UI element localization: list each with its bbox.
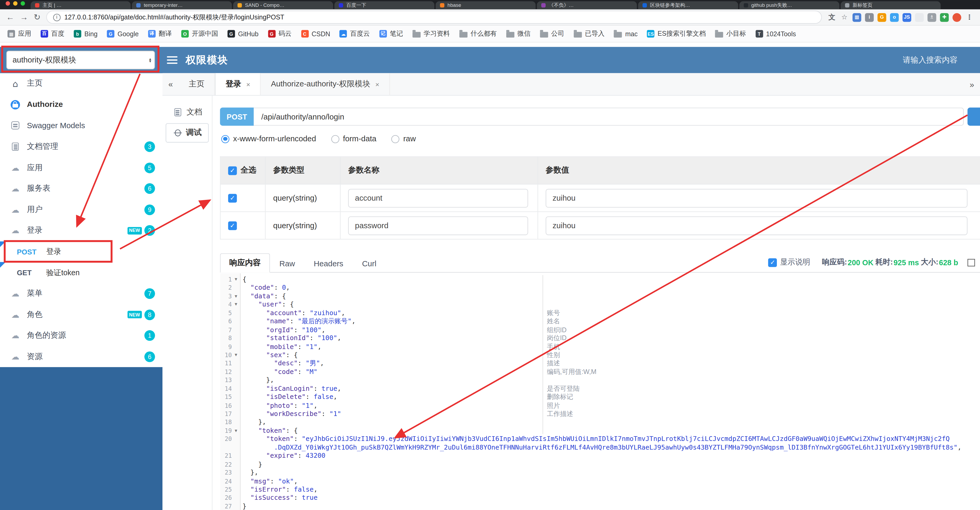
content-tab[interactable]: Authorize-authority-权限模块× xyxy=(261,73,390,95)
close-tab-icon[interactable]: × xyxy=(375,80,379,88)
sidebar-item[interactable]: ☁角色的资源1 xyxy=(0,325,162,346)
doc-nav-doc[interactable]: 文档 xyxy=(165,103,208,121)
browser-tab[interactable]: SAND - Compo… xyxy=(233,1,333,10)
row-checkbox[interactable]: ✓ xyxy=(228,194,237,202)
browser-tab[interactable]: 区块链参考架构… xyxy=(638,1,738,10)
bookmark-item[interactable]: GGitHub xyxy=(228,30,259,38)
browser-tab[interactable]: 新标签页 xyxy=(841,1,941,10)
extension-icon-7[interactable]: ♗ xyxy=(928,13,936,22)
radio-icon[interactable] xyxy=(391,135,399,143)
row-checkbox[interactable]: ✓ xyxy=(228,221,237,230)
content-type-option[interactable]: x-www-form-urlencoded xyxy=(221,134,316,143)
response-tab[interactable]: 响应内容 xyxy=(220,253,270,273)
param-value-input[interactable] xyxy=(546,216,967,235)
sidebar-item[interactable]: ☁应用5 xyxy=(0,157,162,178)
content-type-option[interactable]: form-data xyxy=(331,134,376,143)
page-info-icon[interactable]: i xyxy=(53,13,60,21)
bookmark-item[interactable]: ☁百度云 xyxy=(340,29,370,38)
bookmark-item[interactable]: ESES搜索引擎文档 xyxy=(647,29,706,38)
bookmark-item[interactable]: 小目标 xyxy=(715,29,746,38)
bookmark-item[interactable]: G码云 xyxy=(268,29,291,38)
response-tab[interactable]: Raw xyxy=(270,255,304,273)
api-group-select[interactable]: authority-权限模块 ▲▼ xyxy=(6,51,155,69)
tabs-scroll-right-icon[interactable]: » xyxy=(964,73,980,96)
bookmark-item[interactable]: CCSDN xyxy=(301,30,330,38)
extension-icon-4[interactable]: o xyxy=(890,13,899,22)
param-name-input[interactable] xyxy=(348,188,528,207)
forward-icon[interactable]: → xyxy=(20,13,28,21)
sidebar-item[interactable]: ☁用户9 xyxy=(0,199,162,220)
sidebar-item[interactable]: ☁登录NEW2 xyxy=(0,220,162,241)
bookmark-item[interactable]: mac xyxy=(614,30,638,38)
content-tab[interactable]: 主页 xyxy=(179,73,215,95)
browser-tab[interactable]: temporary-inter… xyxy=(132,1,232,10)
sidebar-item[interactable]: ☁菜单7 xyxy=(0,284,162,304)
translate-icon[interactable]: 文 xyxy=(827,13,836,22)
sidebar-item[interactable]: 文档管理3 xyxy=(0,136,162,157)
doc-nav-debug[interactable]: 调试 xyxy=(165,123,208,143)
fold-toggle-icon[interactable]: ▾ xyxy=(232,427,240,435)
browser-tab[interactable]: hbase xyxy=(436,1,536,10)
response-tab[interactable]: Curl xyxy=(353,255,386,273)
minimize-window-icon[interactable] xyxy=(13,1,18,6)
menu-icon[interactable]: ⋮ xyxy=(965,13,974,22)
sidebar-api-item-get[interactable]: GET验证token xyxy=(0,262,162,284)
browser-tab[interactable]: github push失败… xyxy=(739,1,839,10)
hamburger-icon[interactable] xyxy=(167,56,177,64)
url-input[interactable]: i 127.0.0.1:8760/api/gate/doc.html#/auth… xyxy=(46,11,822,24)
sidebar-item[interactable]: ☁服务表6 xyxy=(0,178,162,199)
search-input[interactable]: 请输入搜索内容 xyxy=(903,55,974,65)
extension-icon-2[interactable]: i xyxy=(865,13,874,22)
bookmark-item[interactable]: GGoogle xyxy=(107,30,138,38)
browser-tab[interactable]: 主页 | … xyxy=(31,1,131,10)
param-name-input[interactable] xyxy=(348,216,528,235)
bookmark-item[interactable]: 译翻译 xyxy=(148,29,172,38)
bookmark-item[interactable]: 学习资料 xyxy=(412,29,450,38)
radio-icon[interactable] xyxy=(221,135,229,143)
bookmark-item[interactable]: 微信 xyxy=(506,29,531,38)
fold-toggle-icon[interactable]: ▾ xyxy=(232,300,240,309)
bookmark-item[interactable]: T1024Tools xyxy=(755,30,796,38)
browser-tab[interactable]: 百度一下 xyxy=(334,1,434,10)
extension-icon-6[interactable] xyxy=(915,13,924,22)
browser-tab[interactable]: 《不负》… xyxy=(537,1,637,10)
bookmark-item[interactable]: O开源中国 xyxy=(181,29,218,38)
extension-icon-1[interactable]: ▦ xyxy=(853,13,861,22)
star-icon[interactable]: ☆ xyxy=(840,13,849,22)
send-button[interactable]: 发 xyxy=(967,108,980,126)
tabs-scroll-left-icon[interactable]: « xyxy=(162,73,179,95)
sidebar-item[interactable]: Swagger Models xyxy=(0,115,162,136)
sidebar-item[interactable]: ☁角色NEW8 xyxy=(0,304,162,325)
show-description-checkbox[interactable]: ✓ xyxy=(768,258,777,266)
select-all-checkbox[interactable]: ✓ xyxy=(228,166,237,175)
response-tab[interactable]: Headers xyxy=(304,255,353,273)
close-window-icon[interactable] xyxy=(5,1,10,6)
avatar[interactable] xyxy=(953,13,961,22)
param-value-input[interactable] xyxy=(546,188,967,207)
bookmark-item[interactable]: ▦应用 xyxy=(8,29,31,38)
maximize-window-icon[interactable] xyxy=(21,1,25,6)
window-controls[interactable] xyxy=(0,0,31,10)
extension-icon-8[interactable]: ✚ xyxy=(940,13,949,22)
bookmark-item[interactable]: 公司 xyxy=(540,29,564,38)
fold-toggle-icon[interactable]: ▾ xyxy=(232,292,240,300)
bookmark-item[interactable]: 记笔记 xyxy=(379,29,403,38)
fold-toggle-icon[interactable]: ▾ xyxy=(232,351,240,359)
sidebar-item[interactable]: Authorize xyxy=(0,94,162,115)
reload-icon[interactable]: ↻ xyxy=(34,13,41,21)
sidebar-item[interactable]: ☁资源6 xyxy=(0,346,162,367)
fullscreen-icon[interactable] xyxy=(967,259,975,266)
fold-toggle-icon[interactable]: ▾ xyxy=(232,275,240,284)
bookmark-item[interactable]: bBing xyxy=(74,30,98,38)
bookmark-item[interactable]: 百百度 xyxy=(41,29,64,38)
bookmark-item[interactable]: 已导入 xyxy=(574,29,605,38)
request-url[interactable]: /api/authority/anno/login xyxy=(254,108,964,126)
extension-icon-5[interactable]: JS xyxy=(902,13,911,22)
radio-icon[interactable] xyxy=(331,135,339,143)
sidebar-api-item-post[interactable]: POST登录 xyxy=(0,241,162,262)
sidebar-item[interactable]: ⌂主页 xyxy=(0,73,162,94)
back-icon[interactable]: ← xyxy=(6,13,14,21)
content-tab[interactable]: 登录× xyxy=(215,73,261,95)
close-tab-icon[interactable]: × xyxy=(246,80,250,88)
bookmark-item[interactable]: 什么都有 xyxy=(459,29,497,38)
